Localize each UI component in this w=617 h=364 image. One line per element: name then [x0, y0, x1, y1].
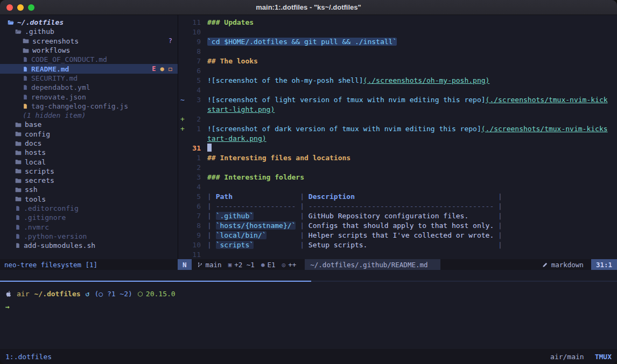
tree-item-tag-changelog-config-js[interactable]: tag-changelog-config.js: [0, 102, 178, 111]
tmux-window-name[interactable]: 1:.dotfiles: [5, 353, 52, 361]
tree-item-readme-md[interactable]: README.mdE●◻: [0, 64, 178, 73]
tmux-badge: TMUX: [595, 353, 612, 361]
editor-line[interactable]: 5| Path | Description |: [178, 192, 617, 202]
gutter-blank: [178, 192, 187, 202]
editor-line[interactable]: 6| ------------------- | ---------------…: [178, 202, 617, 211]
editor-line[interactable]: 10| `scripts` | Setup scripts. |: [178, 240, 617, 250]
line-number: [187, 105, 201, 115]
mode-indicator: N: [178, 259, 192, 270]
tree-item-workflows[interactable]: workflows: [0, 46, 178, 55]
line-number: 5: [187, 192, 201, 202]
line-number: 8: [187, 221, 201, 231]
editor-line[interactable]: 1## Interesting files and locations: [178, 153, 617, 163]
line-number: 11: [187, 250, 201, 259]
tmux-pane-divider[interactable]: [0, 281, 617, 282]
tree-item-local[interactable]: local: [0, 157, 178, 166]
tree-status-badge: ?: [169, 37, 172, 45]
tree-item-nvmrc[interactable]: .nvmrc: [0, 223, 178, 232]
editor-line[interactable]: 11### Updates: [178, 18, 617, 27]
editor-line[interactable]: 9| `local/bin/` | Helper scripts that I'…: [178, 231, 617, 240]
tree-item-security-md[interactable]: SECURITY.md: [0, 74, 178, 83]
tree-item-add-submodules-sh[interactable]: add-submodules.sh: [0, 241, 178, 250]
refresh-icon: ↺: [86, 290, 90, 298]
tree-item-config[interactable]: config: [0, 130, 178, 139]
tree-item-code-of-conduct-md[interactable]: CODE_OF_CONDUCT.md: [0, 55, 178, 64]
editor-line[interactable]: 31: [178, 144, 617, 153]
editor-line[interactable]: tart-dark.png): [178, 134, 617, 144]
statusline-spacer: [440, 259, 542, 270]
editor-line[interactable]: 8: [178, 47, 617, 56]
tree-item-github[interactable]: .github: [0, 27, 178, 36]
editor-line[interactable]: 10: [178, 27, 617, 37]
editor-line[interactable]: 7| `.github` | GitHub Repository configu…: [178, 211, 617, 221]
file-icon: [23, 66, 28, 73]
file-icon: [23, 103, 28, 110]
editor-line[interactable]: 7## The looks: [178, 56, 617, 66]
neo-tree-statusline: neo-tree filesystem [1]: [0, 259, 178, 270]
tree-item-label: workflows: [32, 46, 70, 54]
editor-line[interactable]: ~3![screenshot of light version of tmux …: [178, 95, 617, 105]
tree-item-secrets[interactable]: secrets: [0, 176, 178, 185]
editor-line[interactable]: 2: [178, 163, 617, 173]
active-pane-border: [0, 281, 311, 282]
shell-pane[interactable]: air ~/.dotfiles ↺ (○ ?1 ~2) 20.15.0 →: [0, 282, 617, 349]
line-text: ## Interesting files and locations: [207, 153, 350, 163]
shell-git-status: (○ ?1 ~2): [94, 290, 132, 298]
editor-line[interactable]: 4: [178, 85, 617, 95]
tree-item-1-hidden-item[interactable]: (1 hidden item): [0, 111, 178, 120]
hexagon-icon: [137, 291, 143, 297]
tree-item-label: secrets: [25, 176, 54, 184]
line-text: | `.github` | GitHub Repository configur…: [207, 211, 502, 221]
editor-line[interactable]: 11: [178, 250, 617, 259]
editor-line[interactable]: 4: [178, 182, 617, 192]
tree-item-label: hosts: [25, 148, 46, 156]
editor-buffer[interactable]: 11### Updates 10 9`cd $HOME/.dotfiles &&…: [178, 15, 617, 259]
tree-item-label: scripts: [25, 167, 54, 175]
statusline-diagnostics: ●E1: [261, 261, 276, 269]
tree-status-badge: ●: [160, 65, 164, 73]
tree-item-editorconfig[interactable]: .editorconfig: [0, 204, 178, 213]
tree-item-screenshots[interactable]: screenshots?: [0, 37, 178, 46]
tree-item-tools[interactable]: tools: [0, 195, 178, 204]
tree-item-scripts[interactable]: scripts: [0, 167, 178, 176]
tree-item-dotfiles[interactable]: ~/.dotfiles: [0, 18, 178, 27]
line-text: ![screenshot of the oh-my-posh shell](./…: [207, 76, 489, 85]
tree-item-label: renovate.json: [31, 93, 86, 101]
tree-item-base[interactable]: base: [0, 120, 178, 129]
editor-line[interactable]: 3### Interesting folders: [178, 173, 617, 182]
tree-item-label: config: [25, 130, 50, 138]
editor-line[interactable]: 8| `hosts/{hostname}/` | Configs that sh…: [178, 221, 617, 231]
tree-item-docs[interactable]: docs: [0, 139, 178, 148]
file-icon: [15, 205, 20, 212]
tmux-status-bar: 1:.dotfiles air/main TMUX: [0, 349, 617, 364]
editor-line[interactable]: 9`cd $HOME/.dotfiles && git pull && ./in…: [178, 37, 617, 47]
branch-icon: [197, 262, 203, 268]
tree-item-renovate-json[interactable]: renovate.json: [0, 92, 178, 101]
file-icon: [15, 242, 20, 249]
line-number: 9: [187, 37, 201, 47]
prompt-arrow[interactable]: →: [5, 303, 612, 311]
line-number: 4: [187, 182, 201, 192]
tree-item-dependabot-yml[interactable]: dependabot.yml: [0, 83, 178, 92]
editor-line[interactable]: 5![screenshot of the oh-my-posh shell](.…: [178, 76, 617, 85]
gutter-blank: [178, 37, 187, 47]
close-button[interactable]: [6, 4, 13, 11]
editor-line[interactable]: +2: [178, 115, 617, 124]
tree-item-gitignore[interactable]: .gitignore: [0, 213, 178, 222]
gutter-blank: [178, 27, 187, 37]
tree-item-ssh[interactable]: ssh: [0, 185, 178, 194]
minimize-button[interactable]: [17, 4, 24, 11]
folder-icon: [15, 196, 22, 202]
gutter-blank: [178, 173, 187, 182]
line-number: 7: [187, 56, 201, 66]
gutter-blank: [178, 56, 187, 66]
file-icon: [15, 224, 20, 231]
fullscreen-button[interactable]: [28, 4, 34, 11]
editor-line[interactable]: start-light.png): [178, 105, 617, 115]
tree-item-python-version[interactable]: .python-version: [0, 232, 178, 241]
tree-item-hosts[interactable]: hosts: [0, 148, 178, 157]
editor-line[interactable]: +1![screenshot of dark version of tmux w…: [178, 124, 617, 134]
tree-item-label: local: [25, 158, 46, 166]
editor-line[interactable]: 6: [178, 66, 617, 76]
status-row: neo-tree filesystem [1] N main▣+2 ~1●E1◎…: [0, 259, 617, 270]
